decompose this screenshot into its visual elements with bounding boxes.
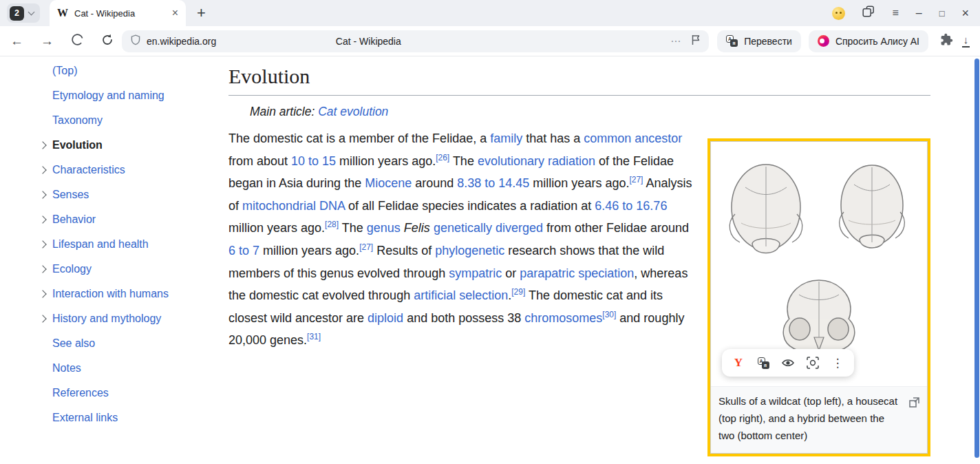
reference-link[interactable]: [27] — [359, 242, 373, 252]
reference-link[interactable]: [28] — [325, 220, 339, 229]
sidebar-item-see-also[interactable]: See also — [0, 331, 220, 356]
menu-icon[interactable]: ≡ — [892, 8, 898, 19]
sidebar-item-evolution[interactable]: Evolution — [0, 133, 220, 158]
highlighted-figure[interactable]: Y Ая ⋮ — [707, 138, 930, 456]
windows-panel-icon[interactable] — [862, 6, 875, 21]
article-link[interactable]: 6 to 7 — [228, 244, 259, 257]
back-button[interactable]: ← — [10, 34, 23, 48]
article-link[interactable]: family — [490, 131, 522, 145]
enlarge-icon[interactable] — [909, 395, 919, 412]
downloads-icon[interactable]: ↓ — [962, 34, 970, 47]
sidebar-item-label: Etymology and naming — [52, 89, 164, 102]
sidebar-item-interaction-with-humans[interactable]: Interaction with humans — [0, 282, 220, 306]
article-link[interactable]: genus — [367, 221, 401, 235]
article-link[interactable]: mitochondrial DNA — [242, 199, 345, 213]
article-link[interactable]: phylogenetic — [435, 244, 504, 257]
paragraph-text: The — [449, 154, 478, 168]
sidebar-item-characteristics[interactable]: Characteristics — [0, 158, 220, 182]
reference-sup: [31] — [307, 332, 321, 341]
bookmark-flag-icon[interactable] — [692, 34, 700, 48]
ask-alice-button[interactable]: Спросить Алису AI — [809, 30, 928, 52]
article-link[interactable]: artificial selection — [414, 288, 508, 302]
forward-button[interactable]: → — [41, 34, 54, 48]
translate-button[interactable]: А я Перевести — [717, 30, 801, 52]
sidebar-item-external-links[interactable]: External links — [0, 405, 220, 430]
reference-link[interactable]: [29] — [511, 287, 525, 297]
sidebar-item-taxonomy[interactable]: Taxonomy — [0, 108, 220, 133]
article-link[interactable]: genetically diverged — [434, 221, 543, 235]
sidebar-item-notes[interactable]: Notes — [0, 356, 220, 381]
scrollbar[interactable] — [974, 59, 979, 458]
article-link[interactable]: sympatric — [449, 266, 502, 280]
address-bar[interactable]: en.wikipedia.org Cat - Wikipedia ⋯ — [122, 30, 709, 52]
article-link[interactable]: speciation — [578, 266, 634, 280]
chevron-right-icon — [39, 191, 46, 198]
article-link[interactable]: 10 to 15 — [291, 154, 336, 168]
skulls-image[interactable]: Y Ая ⋮ — [711, 142, 927, 387]
sidebar-item-label: Ecology — [52, 263, 92, 275]
article-link[interactable]: diploid — [368, 311, 403, 325]
site-info-icon[interactable] — [131, 34, 140, 48]
kebab-menu-icon[interactable]: ⋮ — [825, 350, 850, 375]
maximize-button[interactable]: □ — [939, 9, 945, 18]
tab-cat-wikipedia[interactable]: W Cat - Wikipedia × — [50, 0, 186, 26]
browser-protect-icon[interactable] — [71, 33, 84, 49]
tab-close-icon[interactable]: × — [172, 7, 178, 19]
eye-icon[interactable] — [776, 350, 800, 375]
section-heading: Evolution — [228, 65, 930, 96]
article-link[interactable]: common ancestor — [584, 131, 682, 145]
sidebar-item-references[interactable]: References — [0, 381, 220, 405]
extensions-puzzle-icon[interactable] — [940, 33, 953, 49]
tab-counter[interactable]: 2 — [7, 3, 40, 23]
paragraph-text: and both possess 38 — [403, 311, 524, 325]
translate-button-label: Перевести — [744, 36, 792, 47]
article-link[interactable]: chromosomes — [524, 311, 602, 325]
paragraph-text: or — [502, 266, 520, 280]
article-link[interactable]: parapatric — [520, 266, 575, 280]
sidebar-item-history-and-mythology[interactable]: History and mythology — [0, 306, 220, 331]
sidebar-item-label: History and mythology — [52, 313, 161, 325]
window-close-button[interactable]: × — [961, 7, 969, 19]
article-link[interactable]: 6.46 to 16.76 — [595, 199, 667, 213]
tab-title: Cat - Wikipedia — [74, 8, 166, 19]
reference-link[interactable]: [30] — [602, 310, 616, 319]
refresh-button[interactable] — [101, 34, 114, 49]
more-options-icon[interactable]: ⋯ — [670, 35, 681, 48]
search-image-icon[interactable] — [800, 350, 825, 375]
reference-link[interactable]: [27] — [629, 175, 643, 184]
translate-image-icon[interactable]: Ая — [751, 350, 776, 375]
sidebar-item-ecology[interactable]: Ecology — [0, 257, 220, 282]
paragraph-text: million years ago. — [259, 244, 359, 257]
figure-caption-text: Skulls of a wildcat (top left), a housec… — [718, 395, 897, 441]
minimize-button[interactable]: – — [916, 8, 922, 19]
chevron-right-icon — [39, 215, 46, 223]
tab-count-badge: 2 — [10, 6, 24, 21]
paragraph-text: from other Felidae around — [543, 221, 689, 235]
paragraph-text: The — [339, 221, 367, 235]
hatnote-link[interactable]: Cat evolution — [318, 105, 388, 118]
figure-caption: Skulls of a wildcat (top left), a housec… — [711, 387, 927, 453]
profile-avatar-icon[interactable] — [832, 7, 845, 20]
yandex-icon[interactable]: Y — [726, 350, 751, 375]
sidebar-item-senses[interactable]: Senses — [0, 182, 220, 207]
reference-link[interactable]: [26] — [436, 153, 449, 162]
sidebar-item-label: See also — [52, 337, 95, 350]
sidebar-item-label: (Top) — [52, 65, 77, 77]
paragraph-text: The domestic cat is a member of the Feli… — [228, 131, 490, 145]
table-of-contents: (Top)Etymology and namingTaxonomyEvoluti… — [0, 59, 220, 430]
sidebar-item-etymology-and-naming[interactable]: Etymology and naming — [0, 83, 220, 108]
chevron-right-icon — [39, 166, 46, 173]
sidebar-item-label: Behavior — [52, 213, 96, 226]
reference-link[interactable]: [31] — [307, 332, 321, 341]
article-link[interactable]: Miocene — [365, 176, 412, 190]
new-tab-button[interactable]: + — [197, 4, 206, 22]
article-link[interactable]: evolutionary radiation — [478, 154, 595, 168]
sidebar-item-top[interactable]: (Top) — [0, 59, 220, 83]
paragraph-text: that has a — [522, 131, 584, 145]
sidebar-item-label: Characteristics — [52, 164, 125, 176]
article-link[interactable]: 8.38 to 14.45 — [457, 176, 529, 190]
sidebar-item-behavior[interactable]: Behavior — [0, 207, 220, 232]
sidebar-item-lifespan-and-health[interactable]: Lifespan and health — [0, 232, 220, 257]
alice-icon — [818, 35, 829, 47]
italic-text: Felis — [404, 221, 430, 235]
